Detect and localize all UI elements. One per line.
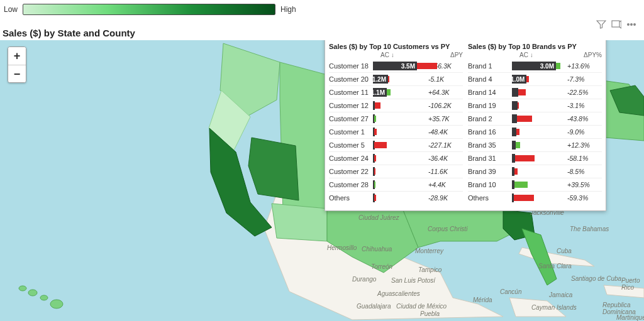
table-row: Brand 2-43.8% (468, 112, 602, 126)
variance-bar (514, 195, 534, 201)
table-row: Others-28.9K (329, 192, 463, 204)
row-delta: -59.3% (565, 194, 602, 202)
row-name: Brand 4 (468, 75, 512, 83)
row-bars: 3.0M (512, 61, 565, 71)
table-row: Customer 5-227.1K (329, 139, 463, 152)
row-name: Others (329, 194, 373, 202)
variance-bar (374, 182, 375, 188)
row-delta: -7.3% (565, 75, 602, 83)
variance-bar (514, 168, 518, 175)
state-tooltip-card: California | Total Sales $: 6,965,605 Sa… (325, 40, 606, 211)
row-delta: +64.3K (426, 89, 463, 96)
svg-point-6 (40, 295, 48, 300)
row-delta: +39.5% (565, 181, 602, 188)
row-bars (373, 101, 426, 111)
row-bars: 1.0M (512, 74, 565, 84)
row-name: Brand 19 (468, 102, 512, 109)
svg-point-5 (28, 290, 37, 296)
col-ac: AC ↓ (512, 52, 567, 58)
row-name: Customer 12 (329, 102, 373, 109)
ac-bar (512, 88, 518, 97)
ac-bar: 1.2M (373, 75, 388, 84)
svg-point-7 (50, 300, 63, 308)
table-row: Customer 24-36.4K (329, 152, 463, 165)
row-delta: +12.3% (565, 141, 602, 149)
legend-gradient (23, 4, 275, 15)
row-name: Brand 1 (468, 62, 512, 70)
row-delta: -36.4K (426, 155, 463, 162)
legend-low-label: Low (4, 5, 18, 14)
table-row: Customer 183.5M-356.3K (329, 60, 463, 73)
row-name: Brand 39 (468, 168, 512, 175)
row-bars (512, 153, 565, 163)
table-row: Others-59.3% (468, 192, 602, 204)
variance-bar (516, 129, 519, 135)
visual-toolbar (596, 20, 636, 29)
variance-bar (388, 76, 389, 82)
variance-bar (374, 155, 376, 161)
table-row: Customer 1-48.4K (329, 126, 463, 139)
row-delta: -9.0% (565, 128, 602, 136)
row-name: Customer 20 (329, 75, 373, 83)
table-row: Customer 22-11.6K (329, 165, 463, 178)
variance-bar (374, 129, 377, 135)
row-delta: -43.8% (565, 115, 602, 122)
row-bars (373, 140, 426, 150)
row-bars (512, 101, 565, 111)
row-bars (512, 114, 565, 124)
filter-icon[interactable] (596, 20, 606, 29)
row-name: Customer 5 (329, 141, 373, 149)
variance-bar (515, 155, 535, 161)
table-row: Customer 12-106.2K (329, 99, 463, 112)
row-delta: +13.6% (565, 62, 602, 70)
row-delta: -8.5% (565, 168, 602, 175)
focus-mode-icon[interactable] (611, 20, 621, 29)
row-bars (512, 140, 565, 150)
variance-bar (518, 102, 519, 109)
variance-bar (556, 63, 560, 69)
table-row: Brand 35+12.3% (468, 139, 602, 152)
zoom-out-button[interactable]: − (8, 65, 26, 82)
row-bars (512, 166, 565, 177)
row-name: Customer 18 (329, 62, 373, 70)
table-row: Brand 41.0M-7.3% (468, 73, 602, 86)
table-row: Customer 201.2M-5.1K (329, 73, 463, 86)
row-bars (512, 180, 565, 190)
zoom-in-button[interactable]: + (8, 47, 26, 65)
ac-bar: 3.5M (373, 62, 417, 70)
ac-bar: 1.0M (512, 75, 526, 84)
row-name: Brand 2 (468, 115, 512, 122)
variance-bar (517, 116, 532, 122)
brands-panel-title: Sales ($) by Top 10 Brands vs PY (468, 40, 602, 52)
row-name: Brand 16 (468, 128, 512, 136)
row-name: Others (468, 194, 512, 202)
ac-bar: 1.1M (373, 88, 387, 97)
variance-bar (374, 195, 376, 201)
ac-bar (512, 101, 518, 110)
row-bars (373, 114, 426, 124)
page-title: Sales ($) by State and County (3, 28, 135, 38)
variance-bar (526, 76, 529, 82)
row-name: Brand 14 (468, 89, 512, 96)
row-name: Brand 10 (468, 181, 512, 188)
col-dpy: ΔPY (428, 52, 463, 58)
choropleth-map[interactable]: Ciudad Juárez Corpus Christi Jacksonvill… (0, 40, 644, 321)
customers-rows: Customer 183.5M-356.3KCustomer 201.2M-5.… (329, 60, 463, 204)
row-delta: -227.1K (426, 141, 463, 149)
row-delta: -28.9K (426, 194, 463, 202)
legend: Low High (4, 4, 296, 15)
row-name: Customer 22 (329, 168, 373, 175)
variance-bar (374, 142, 387, 148)
more-options-icon[interactable] (626, 20, 636, 29)
row-bars (373, 193, 426, 203)
svg-point-1 (628, 24, 630, 26)
table-row: Customer 27+35.7K (329, 112, 463, 126)
row-delta: -106.2K (426, 102, 463, 109)
variance-bar (374, 116, 376, 122)
col-ac: AC ↓ (373, 52, 428, 58)
svg-point-2 (631, 24, 633, 26)
row-bars (373, 153, 426, 163)
row-bars (373, 127, 426, 137)
row-bars: 1.1M (373, 87, 426, 97)
map-zoom-control: + − (8, 46, 26, 83)
